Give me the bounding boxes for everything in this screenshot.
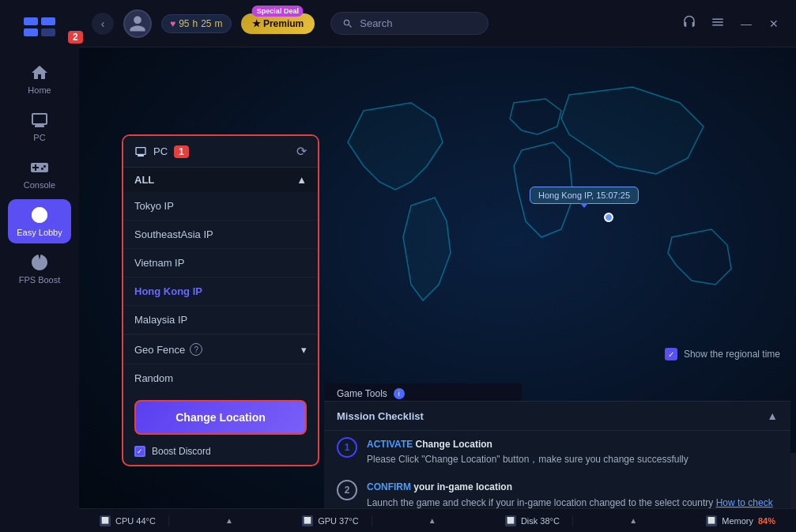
step1-badge: 1: [174, 145, 189, 158]
status-disk: ⬜ Disk 38°C: [492, 515, 573, 526]
special-deal-badge: Special Deal: [252, 6, 304, 17]
southeast-asia-label: SoutheastAsia IP: [134, 228, 213, 240]
status-cpu: ⬜ CPU 44°C: [87, 515, 169, 526]
memory-label: Memory: [722, 516, 753, 526]
headset-button[interactable]: [679, 12, 700, 36]
location-item-vietnam[interactable]: Vietnam IP: [123, 249, 318, 277]
location-item-hong-kong[interactable]: Hong Kong IP: [123, 277, 318, 306]
refresh-button[interactable]: ⟳: [296, 144, 307, 159]
step2-badge: 2: [68, 31, 83, 43]
menu-button[interactable]: [707, 12, 728, 36]
sidebar-item-console-label: Console: [24, 180, 55, 190]
back-button[interactable]: ‹: [92, 13, 114, 35]
collapse-icon[interactable]: ▲: [296, 174, 307, 186]
step2-circle: 2: [337, 480, 357, 500]
hk-tooltip: Hong Kong IP, 15:07:25: [530, 187, 639, 204]
memory-icon: ⬜: [706, 515, 717, 526]
pc-small-icon: [134, 145, 147, 158]
game-tools-info-icon[interactable]: i: [394, 388, 405, 399]
random-label: Random: [134, 372, 173, 384]
tokyo-label: Tokyo IP: [134, 200, 174, 212]
malaysia-label: Malaysia IP: [134, 314, 187, 326]
expand-button[interactable]: ▲: [225, 516, 233, 525]
checklist-header: Mission Checklist ▲: [324, 402, 790, 431]
minimize-button[interactable]: —: [736, 14, 756, 33]
easy-lobby-icon: [30, 206, 49, 224]
boost-row: ✓ Boost Discord: [123, 443, 318, 465]
gpu-label: GPU 37°C: [318, 516, 358, 526]
cpu-icon: ⬜: [100, 515, 111, 526]
regional-time-label: Show the regional time: [684, 349, 780, 360]
status-memory: ⬜ Memory 84%: [693, 515, 788, 526]
change-location-label: Change Location: [175, 411, 266, 424]
change-location-button[interactable]: Change Location: [134, 400, 307, 435]
home-icon: [30, 63, 49, 82]
close-button[interactable]: ✕: [764, 14, 783, 33]
heart-icon: ♥: [170, 18, 175, 29]
boost-discord-label: Boost Discord: [152, 446, 211, 457]
step1-main: Change Location: [416, 439, 492, 450]
panel-header: PC 1 ⟳: [123, 136, 318, 168]
topbar: ‹ ♥ 95 h 25 m Special Deal ★ Premium Sea…: [79, 0, 796, 47]
location-list[interactable]: Tokyo IP SoutheastAsia IP Vietnam IP Hon…: [123, 192, 318, 334]
checklist-text-1: ACTIVATE Change Location Please Click "C…: [367, 437, 688, 467]
console-icon: [30, 158, 49, 177]
boost-checkbox[interactable]: ✓: [134, 446, 145, 457]
main-area: Chile IP, 03:07:25 🏆 Hong Kong IP, 15:07…: [79, 47, 796, 532]
geo-fence-left: Geo Fence ?: [134, 343, 202, 356]
step2-desc: Launch the game and check if your in-gam…: [367, 497, 713, 508]
premium-label: Premium: [263, 18, 304, 29]
svg-rect-2: [24, 28, 38, 36]
location-item-malaysia[interactable]: Malaysia IP: [123, 306, 318, 334]
step1-desc: Please Click "Change Location" button，ma…: [367, 454, 688, 465]
regional-time-section: ✓ Show the regional time: [665, 348, 780, 360]
svg-rect-1: [41, 17, 55, 25]
expand-button-2[interactable]: ▲: [428, 516, 436, 525]
geo-fence-section[interactable]: Geo Fence ? ▾: [123, 334, 318, 364]
app-logo[interactable]: [24, 14, 55, 41]
status-bar-expand[interactable]: ▲: [169, 516, 289, 525]
sidebar-item-home[interactable]: Home: [8, 57, 71, 101]
checklist-collapse-button[interactable]: ▲: [767, 409, 778, 422]
svg-rect-3: [41, 28, 55, 36]
geo-fence-expand[interactable]: ▾: [301, 344, 307, 356]
sidebar-item-easy-lobby[interactable]: Easy Lobby: [8, 199, 71, 243]
topbar-icons: — ✕: [679, 12, 783, 36]
panel-header-left: PC 1: [134, 145, 189, 158]
game-tools-label: Game Tools: [337, 388, 387, 399]
status-gpu: ⬜ GPU 37°C: [289, 515, 372, 526]
premium-button[interactable]: Special Deal ★ Premium: [241, 13, 315, 34]
pc-icon: [30, 111, 49, 130]
premium-star: ★: [252, 18, 263, 29]
confirm-tag: CONFIRM: [367, 481, 411, 492]
location-item-tokyo[interactable]: Tokyo IP: [123, 192, 318, 221]
level-minutes: 25: [201, 18, 211, 29]
geo-fence-help-icon[interactable]: ?: [190, 343, 202, 356]
sidebar: Home PC Console Easy Lobby FPS Boost: [0, 0, 79, 532]
status-bar-expand-3[interactable]: ▲: [573, 516, 693, 525]
avatar: [123, 9, 152, 38]
sidebar-item-fps-boost[interactable]: FPS Boost: [8, 247, 71, 291]
location-list-header: ALL ▲: [123, 168, 318, 192]
level-m: m: [215, 18, 223, 29]
cpu-label: CPU 44°C: [115, 516, 156, 526]
random-row: Random: [123, 364, 318, 392]
platform-label: PC: [153, 145, 168, 157]
sidebar-item-pc[interactable]: PC: [8, 104, 71, 149]
sidebar-item-fps-boost-label: FPS Boost: [19, 275, 61, 285]
left-panel: PC 1 ⟳ ALL ▲ Tokyo IP SoutheastAsia IP: [122, 134, 319, 466]
disk-icon: ⬜: [505, 515, 516, 526]
expand-button-3[interactable]: ▲: [629, 516, 637, 525]
sidebar-item-console[interactable]: Console: [8, 152, 71, 196]
regional-time-checkbox[interactable]: ✓: [665, 348, 677, 360]
status-bar-expand-2[interactable]: ▲: [372, 516, 492, 525]
step1-circle: 1: [337, 437, 357, 458]
step2-number: 2: [345, 485, 350, 496]
search-icon: [342, 18, 353, 29]
location-item-southeast-asia[interactable]: SoutheastAsia IP: [123, 221, 318, 249]
hong-kong-label: Hong Kong IP: [134, 285, 202, 297]
level-h: h: [192, 18, 198, 29]
step1-number: 1: [345, 442, 350, 453]
checklist-item-1: 1 ACTIVATE Change Location Please Click …: [324, 431, 790, 474]
search-bar[interactable]: Search: [330, 12, 489, 35]
